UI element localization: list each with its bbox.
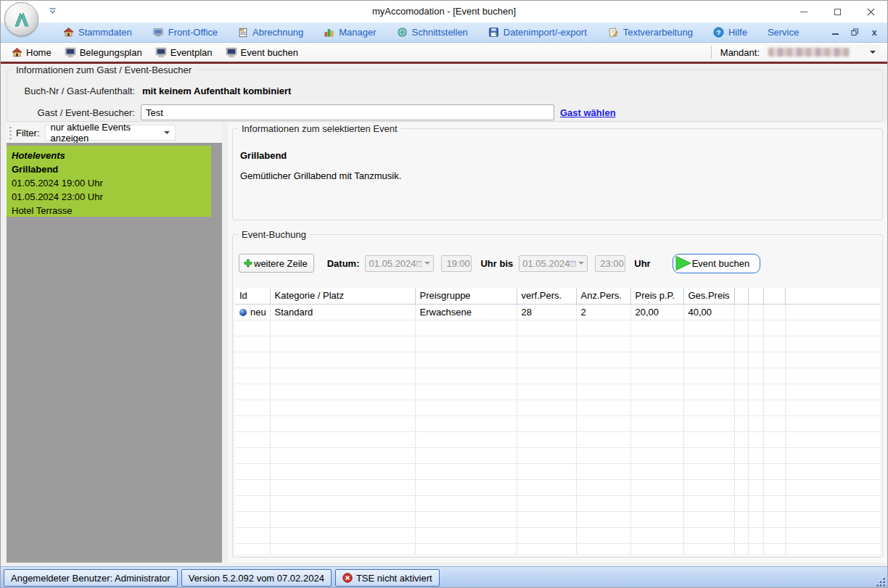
menu-label: Stammdaten: [78, 27, 132, 38]
menu-label: Textverarbeitung: [623, 27, 693, 38]
resize-grip-icon[interactable]: [876, 577, 886, 587]
event-filter-bar: Filter: nur aktuelle Events anzeigen: [7, 123, 222, 143]
col-header-id[interactable]: Id: [235, 288, 270, 304]
time-to-value: 23:00: [600, 258, 624, 269]
col-header-anz-pers[interactable]: Anz.Pers.: [576, 288, 630, 304]
plus-icon: [244, 259, 252, 268]
window-title: myAccomodation - [Event buchen]: [1, 6, 887, 17]
mdi-restore-button[interactable]: [850, 28, 859, 37]
col-header-empty: [785, 288, 880, 304]
filter-selected-value: nur aktuelle Events anzeigen: [51, 122, 164, 144]
table-empty-row: [235, 463, 880, 479]
col-header-verf-pers[interactable]: verf.Pers.: [517, 288, 576, 304]
mdi-minimize-button[interactable]: [831, 28, 839, 37]
chevron-down-icon: [164, 131, 170, 134]
event-detail-panel: Informationen zum selektierten Event Gri…: [228, 123, 887, 563]
toolbar-separator: [711, 46, 712, 59]
menu-item-abrechnung[interactable]: Abrechnung: [228, 22, 313, 43]
monitor-icon: [226, 47, 237, 58]
bar-chart-icon: [324, 27, 334, 38]
selected-event-name: Grillabend: [240, 150, 287, 161]
menu-label: Abrechnung: [252, 27, 303, 38]
booking-table-body: neu Standard Erwachsene 28 2 20,00 40,00: [235, 304, 880, 554]
play-icon: [675, 255, 692, 271]
toolbar-label: Eventplan: [170, 47, 213, 58]
home-icon: [12, 47, 22, 58]
help-icon: ?: [713, 27, 724, 38]
toolbar-label: Belegungsplan: [80, 47, 142, 58]
minimize-icon: [800, 12, 807, 12]
table-empty-row: [235, 543, 880, 554]
booking-number-value: mit keinem Aufenthalt kombiniert: [142, 86, 291, 96]
guest-section-title: Informationen zum Gast / Event-Besucher: [13, 65, 194, 75]
globe-icon: [397, 27, 408, 38]
filter-select[interactable]: nur aktuelle Events anzeigen: [45, 125, 176, 141]
close-icon: [867, 8, 875, 16]
event-booking-section: Event-Buchung weitere Zeile Datum: 01.05…: [232, 229, 883, 558]
menu-item-service[interactable]: Service: [757, 22, 809, 43]
col-header-preis-pp[interactable]: Preis p.P.: [630, 288, 683, 304]
event-list-item-selected[interactable]: Hotelevents Grillabend 01.05.2024 19:00 …: [7, 146, 211, 217]
menu-item-front-office[interactable]: Front-Office: [142, 22, 228, 43]
event-list-panel: Hotelevents Grillabend 01.05.2024 19:00 …: [7, 143, 222, 563]
col-header-kategorie[interactable]: Kategorie / Platz: [270, 288, 415, 304]
table-empty-row: [235, 495, 880, 511]
menu-item-schnittstellen[interactable]: Schnittstellen: [387, 22, 478, 43]
choose-guest-link[interactable]: Gast wählen: [560, 107, 616, 118]
selected-event-section: Informationen zum selektierten Event Gri…: [232, 123, 883, 220]
chevron-down-icon: [424, 262, 430, 265]
status-version-text: Version 5.2.092 vom 07.02.2024: [189, 573, 324, 584]
menu-label: Front-Office: [168, 27, 218, 38]
mandant-area: Mandant:: [711, 45, 887, 60]
add-row-label: weitere Zeile: [254, 258, 308, 269]
add-row-button[interactable]: weitere Zeile: [239, 254, 314, 273]
table-empty-row: [235, 336, 880, 352]
menu-item-manager[interactable]: Manager: [313, 22, 386, 43]
menu-item-hilfe[interactable]: ? Hilfe: [703, 22, 757, 43]
menu-label: Manager: [339, 27, 376, 38]
minimize-button[interactable]: [787, 1, 821, 22]
status-tse-text: TSE nicht aktiviert: [356, 573, 432, 584]
event-end: 01.05.2024 23:00 Uhr: [12, 190, 206, 204]
menu-label: Hilfe: [728, 27, 747, 38]
toolbar-item-event-buchen[interactable]: Event buchen: [219, 43, 305, 62]
maximize-button[interactable]: [821, 1, 854, 22]
uhr-label: Uhr: [634, 258, 650, 269]
tse-warning-icon: [342, 573, 353, 583]
toolbar-item-belegungsplan[interactable]: Belegungsplan: [58, 43, 149, 62]
calendar-icon: [416, 260, 423, 268]
event-location: Hotel Terrasse: [12, 204, 206, 218]
col-header-preisgruppe[interactable]: Preisgruppe: [415, 288, 517, 304]
date-from-value: 01.05.2024: [369, 258, 416, 269]
until-label: Uhr bis: [480, 258, 513, 269]
toolbar-label: Home: [26, 47, 52, 58]
date-label: Datum:: [327, 258, 360, 269]
booking-controls: weitere Zeile Datum: 01.05.2024 19:00 Uh…: [239, 253, 876, 273]
close-button[interactable]: [854, 1, 887, 22]
text-edit-icon: [607, 27, 619, 38]
time-from-value: 19:00: [446, 258, 470, 269]
cell-ges-preis: 40,00: [683, 304, 734, 320]
cell-id: neu: [235, 304, 270, 320]
house-icon: [63, 27, 74, 38]
monitor-icon: [155, 47, 167, 58]
time-to-field: 23:00: [595, 255, 625, 272]
calendar-icon: [570, 260, 576, 268]
col-header-ges-preis[interactable]: Ges.Preis: [683, 288, 734, 304]
guest-input[interactable]: [141, 104, 554, 120]
menu-item-datenimport-export[interactable]: Datenimport/-export: [478, 22, 597, 43]
mdi-close-button[interactable]: x: [870, 28, 879, 37]
table-row[interactable]: neu Standard Erwachsene 28 2 20,00 40,00: [235, 304, 880, 320]
mandant-select[interactable]: [764, 45, 880, 60]
book-event-button[interactable]: Event buchen: [673, 254, 761, 273]
cell-preisgruppe: Erwachsene: [415, 304, 517, 320]
toolbar-item-eventplan[interactable]: Eventplan: [149, 43, 219, 62]
nav-toolbar: Home Belegungsplan Eventplan Event buche…: [1, 43, 887, 62]
status-bar: Angemeldeter Benutzer: Administrator Ver…: [1, 566, 887, 588]
floppy-disk-icon: [488, 27, 499, 38]
toolbar-item-home[interactable]: Home: [5, 43, 58, 62]
menu-item-textverarbeitung[interactable]: Textverarbeitung: [597, 22, 703, 43]
menu-item-stammdaten[interactable]: Stammdaten: [53, 22, 142, 43]
book-event-label: Event buchen: [692, 258, 750, 269]
event-name: Grillabend: [12, 162, 206, 176]
